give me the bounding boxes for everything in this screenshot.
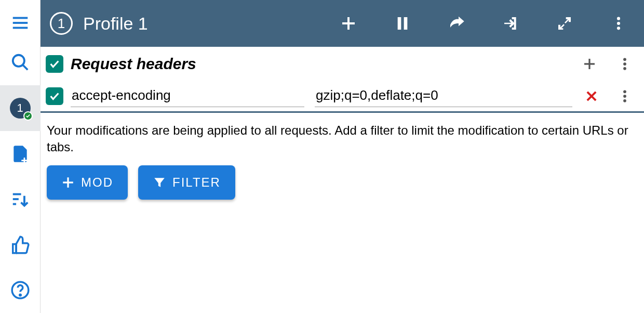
expand-button[interactable] [552,10,578,36]
profile-badge: 1 [10,98,31,119]
profile-tab[interactable]: 1 [0,85,41,131]
profile-badge-number: 1 [17,101,23,115]
svg-point-11 [19,294,21,296]
import-icon [502,15,519,32]
sort-icon [10,189,30,209]
help-button[interactable] [0,267,41,313]
svg-point-23 [623,67,626,70]
active-check-icon [23,111,33,121]
notice-text: Your modifications are being applied to … [41,113,644,158]
check-icon [49,58,60,70]
expand-icon [556,15,573,32]
svg-rect-13 [342,22,355,24]
delete-header-button[interactable] [583,87,600,105]
content: Request headers Yo [41,47,644,207]
pause-button[interactable] [390,10,415,36]
help-icon [10,280,30,300]
plus-icon [340,15,357,32]
like-button[interactable] [0,222,41,268]
svg-rect-15 [404,17,408,30]
add-mod-label: MOD [81,175,113,190]
svg-point-22 [623,62,626,66]
header-enable-checkbox[interactable] [46,87,63,105]
section-header: Request headers [41,47,644,81]
menu-button[interactable] [0,6,41,40]
more-button[interactable] [606,10,632,36]
more-vert-icon [610,15,627,32]
filter-icon [153,176,166,189]
section-title: Request headers [71,55,581,73]
app-header: 1 Profile 1 [41,0,644,47]
side-rail: 1 [0,0,41,313]
header-profile-number: 1 [58,16,65,32]
add-filter-button[interactable]: FILTER [138,165,235,200]
share-button[interactable] [444,10,469,36]
svg-point-3 [12,55,24,67]
add-file-button[interactable] [0,131,41,177]
svg-rect-14 [398,17,401,30]
svg-rect-30 [63,181,73,183]
more-vert-icon [617,56,633,72]
header-value-input[interactable] [315,85,572,107]
section-more-button[interactable] [616,55,634,73]
page-title: Profile 1 [83,14,307,34]
file-plus-icon [10,144,30,164]
hamburger-icon [10,13,30,33]
add-header-button[interactable] [581,55,598,73]
check-icon [49,90,60,102]
header-more-button[interactable] [616,87,634,105]
header-profile-circle: 1 [50,12,73,35]
sort-button[interactable] [0,176,41,222]
svg-point-17 [617,22,620,25]
pause-icon [394,15,411,32]
plus-icon [61,176,75,189]
header-entry-row [41,81,644,111]
add-mod-button[interactable]: MOD [47,165,128,200]
svg-point-21 [623,58,626,61]
header-name-input[interactable] [71,85,304,107]
search-button[interactable] [0,40,41,86]
svg-point-27 [623,95,626,98]
svg-point-28 [623,99,626,102]
svg-line-4 [22,65,28,70]
svg-point-26 [623,90,626,93]
main-area: 1 Profile 1 Request headers [41,0,644,313]
add-button[interactable] [336,10,361,36]
share-icon [448,15,465,32]
button-row: MOD FILTER [41,158,644,207]
thumbs-up-icon [10,235,30,255]
plus-icon [582,56,597,72]
svg-point-18 [617,27,620,30]
add-filter-label: FILTER [172,175,221,190]
search-icon [10,53,30,72]
more-vert-icon [617,88,633,104]
section-enable-checkbox[interactable] [46,55,63,73]
svg-point-16 [617,17,620,20]
svg-rect-6 [21,160,27,161]
import-button[interactable] [498,10,524,36]
close-icon [584,89,599,103]
